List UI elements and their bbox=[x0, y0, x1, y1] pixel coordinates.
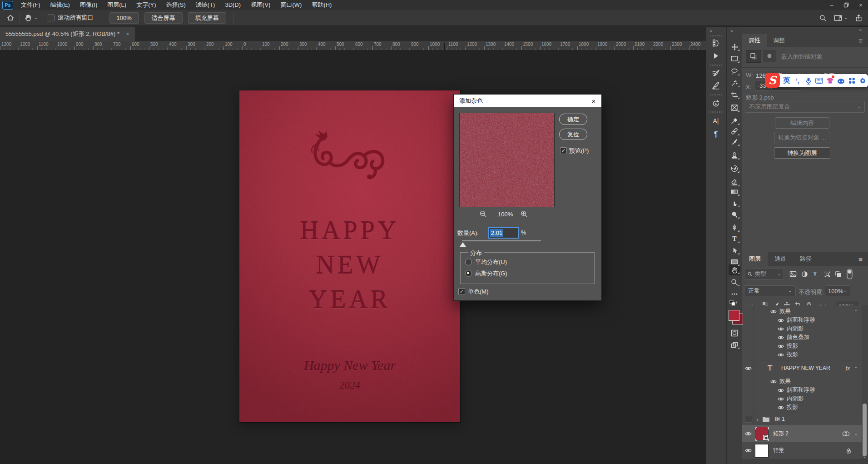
scroll-down-icon[interactable]: ⌄ bbox=[863, 454, 866, 459]
filter-smart-objects-icon[interactable] bbox=[835, 271, 842, 278]
effect-row[interactable]: 颜色叠加 bbox=[742, 333, 862, 342]
sogou-skin-icon[interactable] bbox=[825, 74, 836, 87]
scroll-all-windows-checkbox[interactable] bbox=[48, 15, 55, 21]
poster-artwork[interactable]: HAPPYNEWYEAR Happy New Year 2024 bbox=[239, 90, 460, 422]
menu-type[interactable]: 文字(Y) bbox=[131, 0, 161, 10]
background-thumbnail[interactable] bbox=[755, 444, 769, 458]
eraser-tool[interactable] bbox=[729, 177, 740, 187]
effects-header-row[interactable]: 效果 bbox=[742, 377, 862, 386]
pen-tool[interactable] bbox=[729, 223, 740, 233]
sogou-settings-icon[interactable] bbox=[857, 74, 868, 87]
menu-filter[interactable]: 滤镜(T) bbox=[191, 0, 220, 10]
eye-icon[interactable] bbox=[770, 379, 777, 384]
sogou-apps-grid-icon[interactable] bbox=[846, 74, 857, 87]
monochromatic-checkbox[interactable]: ✓ bbox=[458, 288, 465, 295]
dialog-title[interactable]: 添加杂色 bbox=[454, 95, 601, 107]
expand-panels-icon[interactable]: » bbox=[859, 27, 862, 32]
zoom-in-icon[interactable] bbox=[520, 210, 528, 218]
collapse-effects-icon[interactable]: ⌃ bbox=[854, 366, 858, 371]
filter-shape-layers-icon[interactable] bbox=[824, 271, 831, 278]
history-panel-icon[interactable] bbox=[710, 38, 721, 48]
edit-toolbar-icon[interactable] bbox=[729, 289, 740, 299]
blend-mode-select[interactable]: 正常⌄ bbox=[744, 285, 796, 296]
menu-layer[interactable]: 图层(L) bbox=[102, 0, 131, 10]
crop-tool[interactable] bbox=[729, 90, 740, 100]
menu-3d[interactable]: 3D(D) bbox=[220, 0, 246, 10]
eye-icon[interactable] bbox=[745, 431, 752, 436]
sogou-keyboard-icon[interactable] bbox=[814, 74, 825, 87]
properties-menu-icon[interactable]: ≡ bbox=[858, 37, 863, 45]
zoom-100-button[interactable]: 100% bbox=[109, 12, 139, 24]
filter-pixel-layers-icon[interactable] bbox=[789, 271, 797, 277]
eye-icon[interactable] bbox=[778, 388, 784, 393]
eye-icon[interactable] bbox=[778, 405, 784, 410]
brush-settings-panel-icon[interactable] bbox=[710, 68, 721, 78]
path-select-tool[interactable] bbox=[729, 245, 740, 255]
eye-icon[interactable] bbox=[770, 309, 777, 314]
filter-type-layers-icon[interactable]: T bbox=[813, 270, 817, 277]
dodge-tool[interactable] bbox=[729, 210, 740, 220]
layer-filter-select[interactable]: 类型 ⌄ bbox=[744, 269, 784, 279]
smart-filter-icon[interactable] bbox=[842, 431, 850, 437]
smudge-tool[interactable] bbox=[729, 198, 740, 208]
eye-icon[interactable] bbox=[778, 335, 784, 340]
horizontal-ruler[interactable]: 1300120011001000900800700600500400300200… bbox=[0, 41, 706, 50]
sogou-mic-icon[interactable] bbox=[803, 74, 814, 87]
home-icon[interactable] bbox=[6, 14, 15, 22]
ok-button[interactable]: 确定 bbox=[559, 114, 587, 125]
group-layer-row[interactable]: › 组 1 bbox=[742, 413, 862, 425]
quick-mask-icon[interactable] bbox=[729, 328, 740, 338]
actions-panel-icon[interactable] bbox=[710, 51, 721, 61]
uniform-label[interactable]: 平均分布(U) bbox=[475, 258, 507, 266]
eye-icon[interactable] bbox=[745, 448, 752, 453]
eye-icon[interactable] bbox=[778, 327, 784, 331]
menu-view[interactable]: 视图(V) bbox=[246, 0, 275, 10]
filter-toggle[interactable] bbox=[847, 269, 853, 279]
clone-stamp-tool[interactable] bbox=[729, 150, 740, 160]
smart-object-badge-icon[interactable] bbox=[746, 50, 761, 63]
marquee-tool[interactable] bbox=[729, 54, 740, 64]
default-colors-icon[interactable] bbox=[729, 300, 739, 309]
hand-tool[interactable] bbox=[729, 265, 740, 275]
share-icon[interactable] bbox=[855, 14, 863, 22]
add-noise-dialog[interactable]: 添加杂色 × 确定 复位 ✓ 预览(P) 100% 数量(A): 2.01 % … bbox=[453, 94, 602, 301]
history-brush-tool[interactable] bbox=[729, 164, 740, 174]
text-layer-thumbnail[interactable]: T bbox=[768, 364, 772, 373]
close-window-icon[interactable]: × bbox=[853, 0, 868, 10]
zoom-out-icon[interactable] bbox=[479, 210, 487, 218]
sogou-punctuation-toggle[interactable]: ’, bbox=[792, 74, 803, 87]
uniform-radio[interactable] bbox=[465, 259, 472, 265]
fit-screen-button[interactable]: 适合屏幕 bbox=[144, 12, 183, 24]
lasso-tool[interactable] bbox=[729, 66, 740, 76]
character-panel-icon[interactable]: A| bbox=[710, 116, 721, 126]
menu-edit[interactable]: 编辑(E) bbox=[45, 0, 75, 10]
eye-icon[interactable] bbox=[778, 397, 784, 401]
opacity-select[interactable]: 100%⌄ bbox=[825, 285, 850, 296]
text-layer-row[interactable]: T HAPPY NEW YEAR fx ⌃ bbox=[742, 360, 862, 376]
effect-row[interactable]: 投影 bbox=[742, 403, 862, 412]
layers-scrollbar-thumb[interactable] bbox=[863, 404, 867, 456]
brush-tool[interactable] bbox=[729, 137, 740, 147]
expand-effects-icon[interactable]: ⌄ bbox=[854, 431, 858, 436]
fill-screen-button[interactable]: 填充屏幕 bbox=[188, 12, 226, 24]
scroll-up-icon[interactable]: ⌃ bbox=[854, 309, 858, 314]
tab-layers[interactable]: 图层 bbox=[742, 252, 768, 266]
selected-layer-row[interactable]: 矩形 2 ⌄ bbox=[742, 425, 862, 442]
effect-row[interactable]: 斜面和浮雕 bbox=[742, 316, 862, 324]
amount-input[interactable]: 2.01 bbox=[488, 227, 519, 239]
eye-icon[interactable] bbox=[745, 366, 752, 371]
fx-badge[interactable]: fx bbox=[846, 364, 850, 372]
tab-channels[interactable]: 通道 bbox=[768, 252, 793, 266]
frame-tool[interactable] bbox=[729, 103, 740, 113]
document-tab[interactable]: 55555555.psd @ 40.5% (矩形 2, RGB/8#) * × bbox=[0, 27, 135, 41]
panel-grip[interactable] bbox=[710, 35, 722, 36]
sogou-input-bar[interactable]: S 英 ’, bbox=[768, 74, 868, 87]
gaussian-label[interactable]: 高斯分布(G) bbox=[475, 269, 507, 278]
ps-logo[interactable]: Ps bbox=[2, 1, 13, 10]
convert-to-layers-button[interactable]: 转换为图层 bbox=[774, 147, 830, 159]
menu-help[interactable]: 帮助(H) bbox=[307, 0, 337, 10]
preview-checkbox[interactable]: ✓ bbox=[560, 147, 567, 154]
eye-off-slot[interactable] bbox=[745, 416, 752, 423]
paragraph-panel-icon[interactable]: ¶ bbox=[710, 130, 721, 140]
brushes-panel-icon[interactable] bbox=[710, 80, 721, 90]
